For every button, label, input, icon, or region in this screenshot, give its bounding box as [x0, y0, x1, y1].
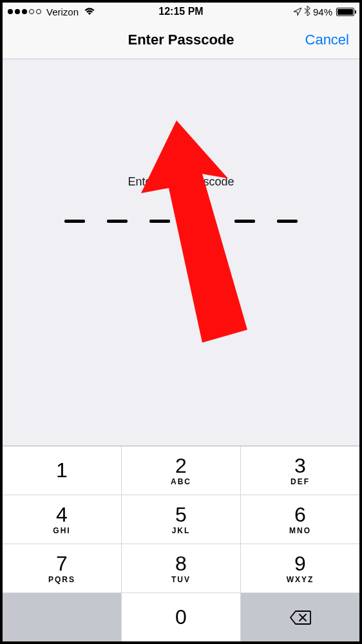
key-2[interactable]: 2 ABC	[122, 446, 240, 495]
key-6[interactable]: 6 MNO	[241, 495, 359, 544]
device-frame: Verizon 12:15 PM 94% Enter Passcode Canc…	[0, 0, 362, 644]
passcode-dash	[149, 220, 170, 223]
passcode-dash	[234, 220, 255, 223]
status-time: 12:15 PM	[158, 6, 203, 17]
key-8[interactable]: 8 TUV	[122, 544, 240, 592]
key-7[interactable]: 7 PQRS	[3, 544, 121, 592]
status-right: 94%	[294, 6, 354, 18]
key-9[interactable]: 9 WXYZ	[241, 544, 359, 592]
cancel-button[interactable]: Cancel	[305, 32, 349, 48]
bluetooth-icon	[304, 6, 310, 18]
passcode-dash	[192, 220, 213, 223]
backspace-button[interactable]	[241, 593, 359, 641]
backspace-icon	[289, 610, 311, 625]
battery-level	[338, 9, 353, 15]
passcode-dashes	[64, 220, 298, 223]
carrier-label: Verizon	[46, 6, 79, 17]
nav-bar: Enter Passcode Cancel	[3, 21, 359, 59]
location-icon	[294, 6, 301, 17]
svg-marker-0	[141, 120, 247, 343]
key-1[interactable]: 1	[3, 446, 121, 495]
page-title: Enter Passcode	[128, 32, 234, 48]
key-5[interactable]: 5 JKL	[122, 495, 240, 544]
key-3[interactable]: 3 DEF	[241, 446, 359, 495]
passcode-dash	[277, 220, 298, 223]
main-content: Enter your passcode	[3, 59, 359, 446]
passcode-dash	[64, 220, 85, 223]
annotation-arrow-icon	[3, 59, 359, 446]
key-4[interactable]: 4 GHI	[3, 495, 121, 544]
battery-percent: 94%	[313, 6, 332, 17]
passcode-dash	[107, 220, 128, 223]
key-0[interactable]: 0	[122, 593, 240, 641]
status-bar: Verizon 12:15 PM 94%	[3, 3, 359, 21]
signal-strength-icon	[8, 9, 41, 14]
wifi-icon	[84, 6, 95, 17]
numeric-keypad: 1 2 ABC 3 DEF 4 GHI 5 JKL 6 MNO 7 PQRS 8	[3, 446, 359, 641]
passcode-prompt: Enter your passcode	[128, 175, 234, 189]
status-left: Verizon	[8, 6, 95, 17]
key-empty-left	[3, 593, 121, 641]
battery-icon	[336, 8, 354, 16]
